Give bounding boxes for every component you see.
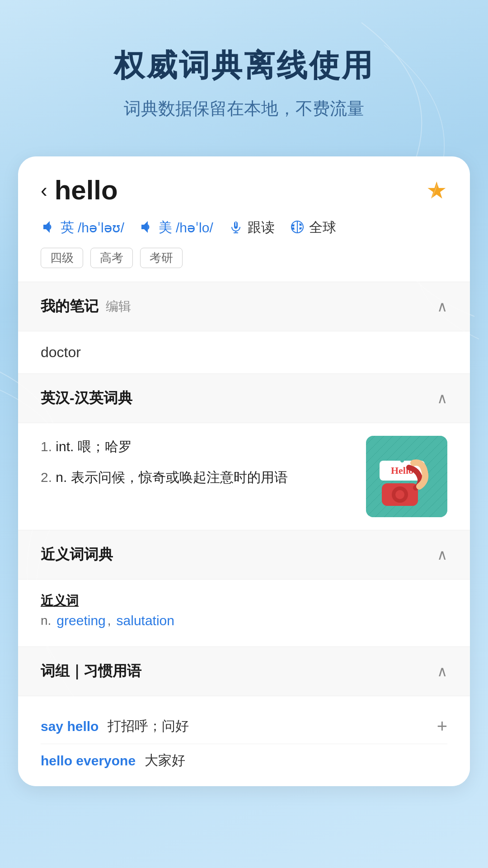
definition-list: 1. int. 喂；哈罗 2. n. 表示问候，惊奇或唤起注意时的用语 <box>41 436 357 497</box>
american-pron-button[interactable]: 美 /həˈlo/ <box>139 218 213 237</box>
definition-1: 1. int. 喂；哈罗 <box>41 436 357 458</box>
synonym-chevron-icon: ∧ <box>437 546 447 563</box>
phrase-title: 词组｜习惯用语 <box>41 661 141 681</box>
def-text-1: 1. int. 喂；哈罗 <box>41 439 132 454</box>
british-region: 英 <box>61 218 74 237</box>
synonym-section-header[interactable]: 近义词词典 ∧ <box>18 530 470 579</box>
follow-read-button[interactable]: 跟读 <box>228 218 275 237</box>
phrase-item-2: hello everyone 大家好 <box>41 744 447 777</box>
phrase-chevron-icon: ∧ <box>437 663 447 680</box>
phrase-content: say hello 打招呼；问好 + hello everyone 大家好 <box>18 696 470 786</box>
favorite-star-icon[interactable]: ★ <box>426 177 447 204</box>
back-button[interactable]: ‹ <box>41 179 47 202</box>
svg-point-22 <box>395 490 404 499</box>
dict-section-header[interactable]: 英汉-汉英词典 ∧ <box>18 374 470 423</box>
sub-title: 词典数据保留在本地，不费流量 <box>18 97 470 120</box>
def-number-2: 2. <box>41 470 56 485</box>
add-phrase-1-icon[interactable]: + <box>437 716 447 736</box>
pronunciation-row: 英 /həˈləʊ/ 美 /həˈlo/ <box>41 218 447 237</box>
phrase-item-1: say hello 打招呼；问好 + <box>41 709 447 744</box>
phrase-en-1[interactable]: say hello <box>41 719 99 734</box>
svg-point-19 <box>400 459 404 462</box>
phrase-section-header[interactable]: 词组｜习惯用语 ∧ <box>18 647 470 696</box>
notes-chevron-icon: ∧ <box>437 298 447 315</box>
synonym-word-salutation[interactable]: salutation <box>117 613 174 628</box>
synonym-words-row: n. greeting , salutation <box>41 613 447 628</box>
phrase-en-2[interactable]: hello everyone <box>41 753 136 769</box>
global-icon <box>289 219 305 237</box>
american-phonetic: /həˈlo/ <box>176 220 213 236</box>
mic-icon <box>228 219 244 237</box>
tag-cet4: 四级 <box>41 248 83 268</box>
synonym-heading: 近义词 <box>41 592 447 609</box>
dict-title: 英汉-汉英词典 <box>41 388 132 408</box>
exam-tags: 四级 高考 考研 <box>41 248 447 268</box>
notes-section-header[interactable]: 我的笔记 编辑 ∧ <box>18 282 470 331</box>
definition-2: 2. n. 表示问候，惊奇或唤起注意时的用语 <box>41 467 357 488</box>
word-text: hello <box>55 175 118 206</box>
synonym-content: 近义词 n. greeting , salutation <box>18 580 470 646</box>
hello-illustration: Hello <box>366 436 447 517</box>
dictionary-card: ‹ hello ★ 英 /həˈləʊ/ <box>18 156 470 786</box>
notes-title: 我的笔记 <box>41 297 99 316</box>
british-phonetic: /həˈləʊ/ <box>78 220 124 236</box>
phrase-zh-2: 大家好 <box>145 751 185 770</box>
definitions-content: 1. int. 喂；哈罗 2. n. 表示问候，惊奇或唤起注意时的用语 <box>18 423 470 530</box>
british-pron-button[interactable]: 英 /həˈləʊ/ <box>41 218 124 237</box>
dict-chevron-icon: ∧ <box>437 390 447 407</box>
synonym-pos: n. <box>41 613 51 628</box>
notes-content: doctor <box>18 331 470 373</box>
phrase-zh-1: 打招呼；问好 <box>108 717 189 736</box>
synonym-title: 近义词词典 <box>41 545 113 565</box>
word-header: ‹ hello ★ 英 /həˈləʊ/ <box>18 156 470 282</box>
tag-kaoyan: 考研 <box>140 248 183 268</box>
global-label: 全球 <box>309 218 336 237</box>
synonym-word-greeting[interactable]: greeting <box>56 613 105 628</box>
def-number-1: 1. <box>41 439 56 454</box>
speaker-us-icon <box>139 219 155 237</box>
top-section: 权威词典离线使用 词典数据保留在本地，不费流量 <box>0 0 488 147</box>
note-text: doctor <box>41 344 81 360</box>
notes-edit-button[interactable]: 编辑 <box>106 298 131 315</box>
main-title: 权威词典离线使用 <box>18 45 470 86</box>
global-button[interactable]: 全球 <box>289 218 336 237</box>
follow-read-label: 跟读 <box>248 218 275 237</box>
speaker-uk-icon <box>41 219 57 237</box>
american-region: 美 <box>159 218 172 237</box>
def-text-2: 2. n. 表示问候，惊奇或唤起注意时的用语 <box>41 470 288 485</box>
tag-gaokao: 高考 <box>90 248 133 268</box>
